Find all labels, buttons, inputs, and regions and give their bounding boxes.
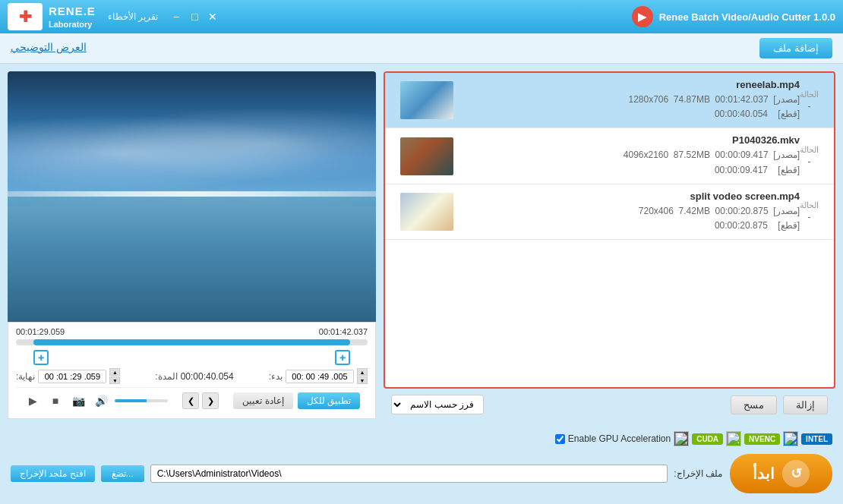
file-item-1[interactable]: الحالة - reneelab.mp4 [مصدر] 00:01:42.03… [385, 73, 834, 128]
right-handle-button[interactable]: ✚ [33, 350, 49, 365]
brand-name: RENE.E [49, 4, 96, 19]
file-thumbnail-2 [400, 137, 453, 175]
begin-down-arrow[interactable]: ▼ [357, 376, 368, 384]
add-file-button[interactable]: إضافة ملف [759, 38, 832, 58]
minimize-button[interactable]: − [170, 11, 182, 23]
stop-button[interactable]: ■ [46, 392, 65, 410]
gpu-icon-windows [674, 431, 689, 446]
right-panel: 00:01:29.059 00:01:42.037 ✚ ✚ ▲ ▼ [8, 71, 376, 419]
app-logo: ▶ [632, 6, 653, 27]
file-status-2: الحالة - [800, 145, 819, 167]
gpu-checkbox[interactable] [555, 434, 565, 444]
file-list-bottom: إزالة مسح فرز حسب الاسم [384, 389, 835, 419]
file-item-2[interactable]: الحالة - P1040326.mkv [مصدر] 00:00:09.41… [385, 128, 834, 184]
file-list: الحالة - reneelab.mp4 [مصدر] 00:01:42.03… [384, 71, 835, 389]
audio-button[interactable]: 🔊 [92, 392, 110, 410]
video-clouds [8, 109, 376, 197]
intel-badge: INTEL [801, 433, 832, 445]
begin-time-input[interactable] [286, 370, 354, 383]
reset-button[interactable]: إعادة تعيين [233, 392, 292, 409]
end-up-arrow[interactable]: ▲ [109, 368, 120, 376]
file-status-3: الحالة - [800, 200, 819, 222]
gpu-bar: Enable GPU Acceleration CUDA NVENC INTEL [0, 427, 843, 451]
end-time-group: ▲ ▼ نهاية: [16, 368, 120, 384]
next-frame-button[interactable]: ❯ [202, 392, 219, 409]
file-list-buttons: إزالة مسح [731, 395, 828, 414]
middle-section: الحالة - reneelab.mp4 [مصدر] 00:01:42.03… [0, 64, 843, 427]
status-label-1: الحالة [800, 90, 819, 99]
file-meta-source-1: [مصدر] 00:01:42.037 1280x706 74.87MB [453, 93, 800, 107]
file-thumbnail-1 [400, 81, 453, 119]
screenshot-button[interactable]: 📷 [69, 392, 87, 410]
maximize-button[interactable]: □ [188, 11, 200, 23]
status-value-2: - [800, 156, 819, 167]
begin-time-group: ▲ ▼ بدء: [269, 368, 368, 384]
open-folder-button[interactable]: افتح ملجد الإخراج [11, 465, 95, 482]
status-value-3: - [800, 212, 819, 222]
status-value-1: - [800, 101, 819, 112]
clear-button[interactable]: مسح [731, 395, 777, 414]
toolbar: إضافة ملف العرض التوضيحي [0, 33, 843, 64]
report-errors-link[interactable]: تقرير الأخطاء [108, 11, 158, 22]
begin-spinner[interactable]: ▲ ▼ [357, 368, 368, 384]
file-status-1: الحالة - [800, 90, 819, 112]
file-meta-cut-2: [قطع] 00:00:09.417 [453, 163, 800, 178]
duration-label: المدة: [155, 371, 177, 382]
file-info-3: split vodeo screen.mp4 [مصدر] 00:00:20.8… [453, 191, 800, 233]
start-button[interactable]: ↺ ابدأ [730, 454, 832, 493]
close-button[interactable]: ✕ [207, 11, 219, 23]
brand-logo: ✚ [8, 3, 43, 30]
prev-frame-button[interactable]: ❮ [182, 392, 199, 409]
gpu-label: Enable GPU Acceleration [568, 433, 671, 444]
time-inputs: ▲ ▼ بدء: 00:00:40.054 المدة: ▲ ▼ [16, 365, 368, 387]
timeline-bar[interactable] [16, 339, 368, 345]
browse-button[interactable]: ...تضغ [101, 465, 144, 482]
sort-select[interactable]: فرز حسب الاسم [391, 395, 484, 414]
status-label-3: الحالة [800, 200, 819, 210]
controls-bar: ▶ ■ 📷 🔊 ❮ ❯ تطبيق للكل إعادة تعيين [16, 387, 368, 414]
file-info-2: P1040326.mkv [مصدر] 00:00:09.417 4096x21… [453, 134, 800, 177]
play-button[interactable]: ▶ [24, 392, 42, 410]
apply-all-button[interactable]: تطبيق للكل [298, 392, 360, 409]
file-thumbnail-3 [400, 193, 453, 231]
file-name-2: P1040326.mkv [453, 134, 800, 146]
file-meta-source-3: [مصدر] 00:00:20.875 720x406 7.42MB [453, 204, 800, 219]
timeline-times: 00:01:29.059 00:01:42.037 [16, 327, 368, 336]
gpu-icon-intel [783, 431, 798, 446]
begin-label: بدء: [269, 371, 283, 382]
app-title: Renee Batch Video/Audio Cutter 1.0.0 [659, 11, 835, 23]
file-item-3[interactable]: الحالة - split vodeo screen.mp4 [مصدر] 0… [385, 184, 834, 240]
end-spinner[interactable]: ▲ ▼ [109, 368, 120, 384]
file-meta-source-2: [مصدر] 00:00:09.417 4096x2160 87.52MB [453, 148, 800, 162]
gpu-icon-nvidia [726, 431, 741, 446]
video-water [8, 197, 376, 322]
output-path-input[interactable] [150, 465, 668, 483]
frame-buttons: ❮ ❯ [182, 392, 219, 409]
action-buttons: تطبيق للكل إعادة تعيين [233, 392, 360, 409]
status-label-2: الحالة [800, 145, 819, 155]
window-controls: − □ ✕ [170, 11, 219, 23]
file-info-1: reneelab.mp4 [مصدر] 00:01:42.037 1280x70… [453, 79, 800, 121]
end-time-input[interactable] [38, 370, 106, 383]
brand-cross-icon: ✚ [19, 8, 32, 26]
file-meta-cut-1: [قطع] 00:00:40.054 [453, 107, 800, 121]
remove-button[interactable]: إزالة [783, 395, 828, 414]
end-down-arrow[interactable]: ▼ [109, 376, 120, 384]
file-name-1: reneelab.mp4 [453, 79, 800, 90]
demo-link[interactable]: العرض التوضيحي [11, 41, 87, 53]
start-label: ابدأ [753, 465, 775, 483]
playback-controls: ▶ ■ 📷 🔊 [24, 392, 168, 410]
cuda-badge: CUDA [692, 433, 723, 445]
file-meta-cut-3: [قطع] 00:00:20.875 [453, 219, 800, 233]
timeline-handles: ✚ ✚ [16, 350, 368, 365]
left-handle-button[interactable]: ✚ [335, 350, 350, 365]
titlebar-left: ▶ Renee Batch Video/Audio Cutter 1.0.0 [632, 6, 835, 27]
duration-group: 00:00:40.054 المدة: [155, 371, 233, 382]
brand-area: ✚ RENE.E Laboratory [8, 3, 96, 30]
file-name-3: split vodeo screen.mp4 [453, 191, 800, 202]
begin-up-arrow[interactable]: ▲ [357, 368, 368, 376]
titlebar: ▶ Renee Batch Video/Audio Cutter 1.0.0 ✚… [0, 0, 843, 33]
volume-slider[interactable] [115, 399, 168, 402]
end-label: نهاية: [16, 371, 35, 382]
start-icon: ↺ [782, 460, 810, 487]
